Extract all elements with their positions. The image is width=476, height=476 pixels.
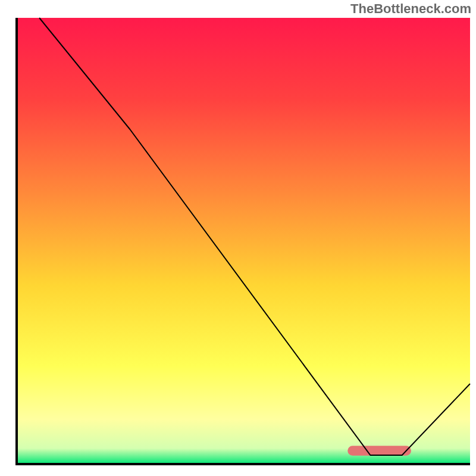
heatmap-background bbox=[17, 18, 470, 464]
chart-container: TheBottleneck.com bbox=[0, 0, 476, 476]
chart-svg bbox=[0, 0, 476, 476]
optimal-range-marker bbox=[347, 446, 411, 456]
